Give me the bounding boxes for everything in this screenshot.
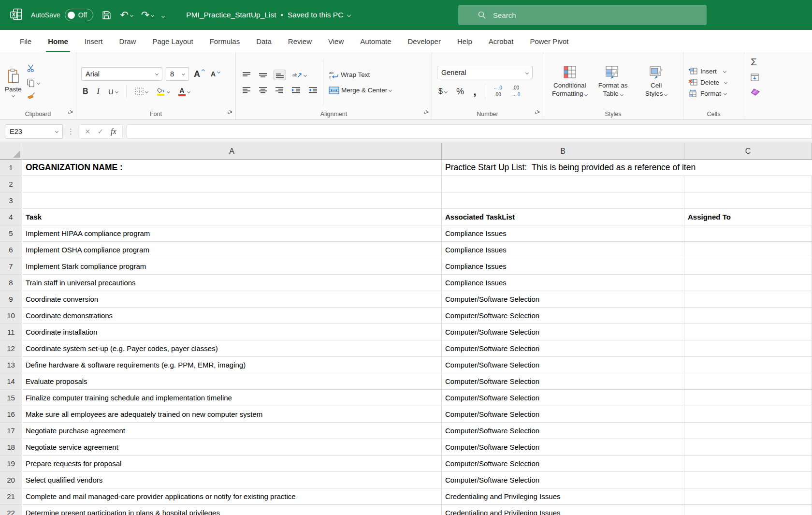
- bottom-align-button[interactable]: [274, 70, 286, 80]
- row-header-2[interactable]: 2: [0, 176, 22, 192]
- decrease-decimal-button[interactable]: .00 →.0: [510, 84, 522, 99]
- enter-button[interactable]: ✓: [98, 127, 104, 136]
- cell-A6[interactable]: Implement OSHA compliance program: [22, 242, 442, 258]
- cell-A1[interactable]: ORGANIZATION NAME :: [22, 160, 442, 176]
- align-center-button[interactable]: [257, 85, 269, 95]
- formula-input[interactable]: [127, 124, 812, 139]
- menu-tab-acrobat[interactable]: Acrobat: [480, 30, 522, 52]
- delete-cells-button[interactable]: Delete: [688, 78, 727, 86]
- chevron-down-icon[interactable]: [444, 89, 448, 93]
- font-size-select[interactable]: 8: [166, 67, 189, 81]
- chevron-down-icon[interactable]: [12, 93, 15, 97]
- format-painter-button[interactable]: [27, 91, 40, 102]
- autosave-control[interactable]: AutoSave Off: [31, 9, 93, 21]
- menu-tab-help[interactable]: Help: [449, 30, 480, 52]
- cell-C3[interactable]: [684, 192, 812, 208]
- cell-C7[interactable]: [684, 258, 812, 274]
- cell-A13[interactable]: Define hardware & software requirements …: [22, 357, 442, 373]
- increase-decimal-button[interactable]: ←.0 .00: [492, 84, 504, 99]
- cell-C11[interactable]: [684, 324, 812, 340]
- autosum-button[interactable]: Σ: [749, 56, 758, 68]
- cell-A4[interactable]: Task: [22, 209, 442, 225]
- borders-button[interactable]: [133, 86, 149, 97]
- column-header-C[interactable]: C: [684, 143, 812, 159]
- chevron-down-icon[interactable]: [36, 81, 40, 84]
- merge-center-button[interactable]: Merge & Center: [327, 85, 393, 96]
- cell-C14[interactable]: [684, 373, 812, 389]
- number-format-select[interactable]: General: [437, 66, 533, 79]
- search-input[interactable]: Search: [458, 5, 707, 25]
- cell-A17[interactable]: Negotiate purchase agreement: [22, 423, 442, 439]
- document-title[interactable]: PMI_Practice_StartUp_List • Saved to thi…: [186, 11, 350, 19]
- row-header-13[interactable]: 13: [0, 357, 22, 373]
- cell-B14[interactable]: Computer/Software Selection: [442, 373, 684, 389]
- cell-B2[interactable]: [442, 176, 684, 192]
- cell-B7[interactable]: Compliance Issues: [442, 258, 684, 274]
- row-header-1[interactable]: 1: [0, 160, 22, 176]
- copy-button[interactable]: [27, 78, 40, 88]
- underline-button[interactable]: U: [107, 86, 119, 97]
- menu-tab-power-pivot[interactable]: Power Pivot: [522, 30, 577, 52]
- cell-C16[interactable]: [684, 406, 812, 422]
- cell-A7[interactable]: Implement Stark compliance program: [22, 258, 442, 274]
- cell-B6[interactable]: Compliance Issues: [442, 242, 684, 258]
- fill-color-button[interactable]: [155, 86, 171, 97]
- cell-B4[interactable]: Associated TaskList: [442, 209, 684, 225]
- row-header-15[interactable]: 15: [0, 390, 22, 406]
- cell-A18[interactable]: Negotiate service agreement: [22, 439, 442, 455]
- cell-C2[interactable]: [684, 176, 812, 192]
- formula-bar-resize-dots[interactable]: ⋮: [67, 127, 74, 136]
- accounting-format-button[interactable]: $: [437, 86, 449, 97]
- number-dialog-launcher[interactable]: [535, 108, 540, 117]
- font-name-select[interactable]: Arial: [81, 67, 162, 81]
- cell-A12[interactable]: Coordinate system set-up (e.g. Payer cod…: [22, 340, 442, 356]
- cell-C9[interactable]: [684, 291, 812, 307]
- row-header-4[interactable]: 4: [0, 209, 22, 225]
- menu-tab-page-layout[interactable]: Page Layout: [144, 30, 201, 52]
- menu-tab-review[interactable]: Review: [280, 30, 320, 52]
- chevron-down-icon[interactable]: [167, 89, 170, 93]
- cell-A2[interactable]: [22, 176, 442, 192]
- cell-B18[interactable]: Computer/Software Selection: [442, 439, 684, 455]
- menu-tab-automate[interactable]: Automate: [352, 30, 399, 52]
- cell-A14[interactable]: Evaluate proposals: [22, 373, 442, 389]
- cell-A22[interactable]: Determine present participation in plans…: [22, 505, 442, 515]
- cell-A15[interactable]: Finalize computer training schedule and …: [22, 390, 442, 406]
- increase-font-size-button[interactable]: A: [192, 68, 206, 80]
- comma-style-button[interactable]: ,: [472, 88, 478, 95]
- save-button[interactable]: [102, 10, 112, 20]
- chevron-down-icon[interactable]: [130, 13, 133, 16]
- cell-C15[interactable]: [684, 390, 812, 406]
- bold-button[interactable]: B: [81, 86, 90, 97]
- clear-button[interactable]: [749, 87, 762, 97]
- wrap-text-button[interactable]: ab c Wrap Text: [327, 69, 393, 80]
- chevron-down-icon[interactable]: [723, 69, 726, 73]
- chevron-down-icon[interactable]: [724, 80, 727, 84]
- italic-button[interactable]: I: [96, 86, 101, 97]
- chevron-down-icon[interactable]: [145, 89, 148, 93]
- cell-C4[interactable]: Assigned To: [684, 209, 812, 225]
- chevron-down-icon[interactable]: [115, 89, 118, 93]
- cell-C6[interactable]: [684, 242, 812, 258]
- increase-indent-button[interactable]: [307, 85, 319, 95]
- chevron-down-icon[interactable]: [304, 73, 307, 76]
- cell-B19[interactable]: Computer/Software Selection: [442, 456, 684, 471]
- cell-C21[interactable]: [684, 488, 812, 504]
- top-align-button[interactable]: [241, 70, 252, 80]
- row-header-16[interactable]: 16: [0, 406, 22, 422]
- row-header-3[interactable]: 3: [0, 192, 22, 208]
- menu-tab-data[interactable]: Data: [248, 30, 280, 52]
- cell-C8[interactable]: [684, 275, 812, 291]
- decrease-font-size-button[interactable]: A: [209, 69, 221, 79]
- cell-A5[interactable]: Implement HIPAA compliance program: [22, 225, 442, 241]
- row-header-11[interactable]: 11: [0, 324, 22, 340]
- menu-tab-file[interactable]: File: [12, 30, 40, 52]
- conditional-formatting-button[interactable]: Conditional Formatting: [548, 65, 591, 98]
- redo-button[interactable]: ↷: [141, 10, 154, 20]
- row-header-22[interactable]: 22: [0, 505, 22, 515]
- cell-B10[interactable]: Computer/Software Selection: [442, 308, 684, 324]
- clipboard-dialog-launcher[interactable]: [68, 108, 73, 117]
- excel-app-icon[interactable]: X: [10, 8, 23, 23]
- paste-button[interactable]: Paste: [5, 68, 22, 97]
- cell-B21[interactable]: Credentialing and Privileging Issues: [442, 488, 684, 504]
